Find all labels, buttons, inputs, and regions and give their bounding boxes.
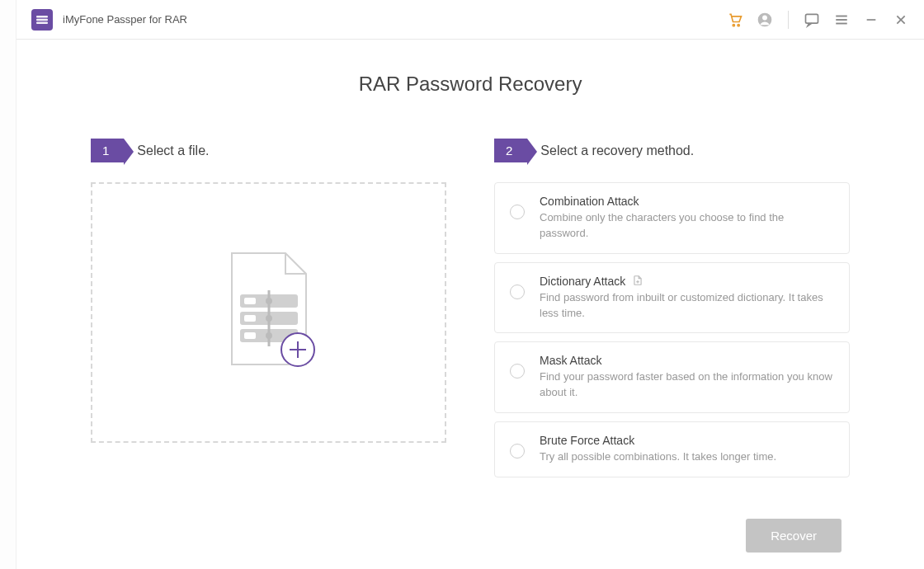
radio-icon [510, 444, 525, 458]
svg-rect-0 [36, 16, 48, 18]
recover-button[interactable]: Recover [746, 519, 842, 553]
svg-point-21 [266, 298, 272, 304]
method-desc: Find your password faster based on the i… [540, 369, 834, 401]
feedback-icon[interactable] [804, 12, 820, 28]
titlebar-actions [727, 11, 909, 29]
svg-rect-7 [806, 14, 818, 23]
radio-icon [510, 205, 525, 219]
minimize-icon[interactable] [863, 12, 879, 28]
method-desc: Try all possible combinations. It takes … [540, 449, 834, 465]
svg-rect-1 [36, 18, 48, 21]
close-icon[interactable] [893, 12, 909, 28]
method-title: Combination Attack [540, 195, 834, 208]
step-2-badge: 2 [494, 139, 527, 162]
page-title: RAR Password Recovery [91, 73, 850, 96]
background-left-edge [0, 0, 16, 569]
radio-icon [510, 284, 525, 299]
content: RAR Password Recovery 1 Select a file. [16, 40, 924, 553]
step-1-column: 1 Select a file. [91, 139, 446, 477]
footer: Recover [91, 519, 850, 553]
method-title: Mask Attack [540, 354, 834, 367]
columns: 1 Select a file. [91, 139, 850, 477]
svg-point-23 [266, 332, 272, 339]
step-2-column: 2 Select a recovery method. Combination … [494, 139, 850, 477]
method-combination[interactable]: Combination Attack Combine only the char… [494, 182, 850, 254]
method-brute-force[interactable]: Brute Force Attack Try all possible comb… [494, 421, 850, 477]
radio-icon [510, 364, 525, 379]
step-1-badge: 1 [91, 139, 124, 162]
method-desc: Find password from inbuilt or customized… [540, 290, 834, 322]
svg-point-4 [738, 24, 739, 26]
user-icon[interactable] [757, 12, 773, 28]
file-add-icon[interactable] [632, 275, 644, 286]
svg-point-6 [762, 15, 767, 20]
method-dictionary[interactable]: Dictionary Attack Find password from [494, 262, 850, 334]
method-list: Combination Attack Combine only the char… [494, 182, 850, 477]
step-1-label: Select a file. [137, 143, 209, 158]
svg-rect-17 [244, 298, 256, 304]
svg-point-3 [733, 24, 734, 26]
app-icon [31, 9, 53, 31]
svg-rect-2 [36, 21, 48, 24]
titlebar: iMyFone Passper for RAR [16, 0, 924, 40]
file-graphic [219, 249, 318, 376]
svg-rect-18 [244, 315, 256, 322]
menu-icon[interactable] [833, 12, 850, 28]
step-1-header: 1 Select a file. [91, 139, 446, 162]
method-mask[interactable]: Mask Attack Find your password faster ba… [494, 341, 850, 413]
step-2-header: 2 Select a recovery method. [494, 139, 850, 162]
svg-rect-19 [244, 332, 256, 339]
method-title: Dictionary Attack [540, 275, 625, 288]
svg-point-22 [266, 315, 272, 322]
app-window: iMyFone Passper for RAR [16, 0, 924, 569]
app-title: iMyFone Passper for RAR [63, 13, 187, 26]
step-2-label: Select a recovery method. [540, 143, 694, 158]
cart-icon[interactable] [727, 12, 743, 28]
method-desc: Combine only the characters you choose t… [540, 210, 834, 242]
file-dropzone[interactable] [91, 182, 446, 443]
method-title: Brute Force Attack [540, 434, 834, 447]
